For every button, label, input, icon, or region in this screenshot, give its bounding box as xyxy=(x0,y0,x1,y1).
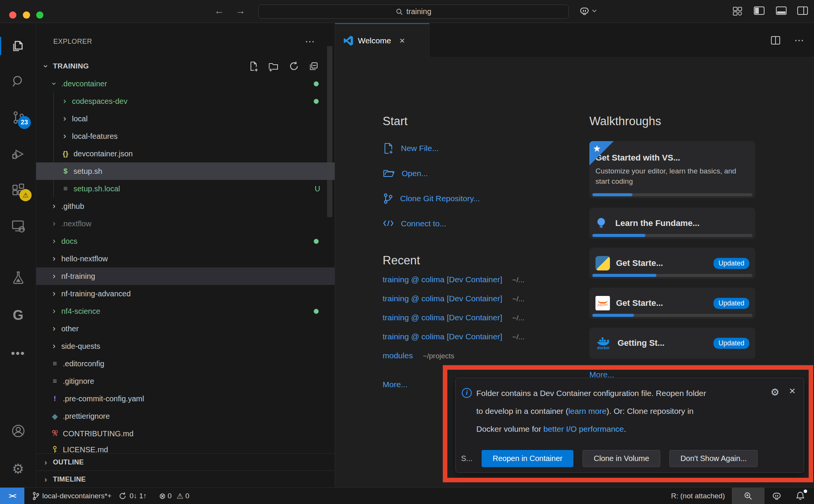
settings-button[interactable]: ⚙ xyxy=(0,457,36,481)
tree-row[interactable]: › nf4-science U xyxy=(36,302,335,320)
recent-item-link[interactable]: modules xyxy=(383,351,413,360)
panel-left-icon xyxy=(753,5,765,16)
notification-close-icon[interactable]: × xyxy=(789,385,795,397)
toggle-secondary-sidebar-button[interactable] xyxy=(796,5,809,16)
walkthrough-card[interactable]: Get Starte... Updated xyxy=(589,248,755,279)
close-tab-icon[interactable]: × xyxy=(399,35,405,46)
notification-settings-icon[interactable]: ⚙ xyxy=(771,386,779,398)
reopen-in-container-button[interactable]: Reopen in Container xyxy=(482,450,573,467)
tree-row[interactable]: › other U xyxy=(36,320,335,337)
tree-row[interactable]: LICENSE.md U xyxy=(36,442,335,454)
workspace-section-header[interactable]: › TRAINING xyxy=(36,57,335,75)
editor-area: Welcome × ⋯ Start New File... xyxy=(335,23,814,487)
notification-source: S... xyxy=(461,454,472,463)
tree-row[interactable]: ≡ .editorconfig U xyxy=(36,355,335,372)
start-item[interactable]: Open... xyxy=(383,165,480,182)
start-item[interactable]: Clone Git Repository... xyxy=(383,190,480,207)
notifications-bell-button[interactable] xyxy=(789,491,812,501)
tree-row[interactable]: › .nextflow U xyxy=(36,215,335,232)
toggle-sidebar-button[interactable] xyxy=(753,5,765,16)
notification-link[interactable]: better I/O performance xyxy=(543,425,624,433)
remote-explorer-view-button[interactable] xyxy=(0,214,36,238)
tree-row[interactable]: › docs U xyxy=(36,232,335,250)
tree-row[interactable]: CONTRIBUTING.md U xyxy=(36,425,335,442)
tree-row[interactable]: › local-features U xyxy=(36,127,335,145)
refresh-icon[interactable] xyxy=(288,60,300,72)
walkthrough-card[interactable]: Learn the Fundame... xyxy=(589,208,755,239)
walkthrough-title: Getting St... xyxy=(618,338,664,348)
error-icon: ⊗ xyxy=(159,491,166,501)
recent-item[interactable]: modules ~/projects xyxy=(383,351,525,368)
git-modified-dot xyxy=(314,239,319,244)
clone-in-volume-button[interactable]: Clone in Volume xyxy=(583,450,660,467)
tree-row[interactable]: ≡ setup.sh.local U xyxy=(36,180,335,197)
tree-row[interactable]: › .github U xyxy=(36,197,335,215)
r-attach-status[interactable]: R: (not attached) xyxy=(671,492,725,500)
sidebar-scrollbar[interactable] xyxy=(327,46,332,217)
recent-item[interactable]: training @ colima [Dev Container] ~/... xyxy=(383,275,525,292)
extensions-view-button[interactable]: ⚠ xyxy=(0,178,36,202)
source-control-view-button[interactable]: 23 xyxy=(0,105,36,130)
recent-item-link[interactable]: training @ colima [Dev Container] xyxy=(383,332,502,341)
maximize-window-button[interactable] xyxy=(36,11,43,19)
zoom-status-button[interactable] xyxy=(732,488,765,504)
recent-item-link[interactable]: training @ colima [Dev Container] xyxy=(383,275,502,284)
minimize-window-button[interactable] xyxy=(23,11,30,19)
new-file-icon[interactable] xyxy=(248,60,259,72)
walkthrough-card[interactable]: jupyter Get Starte... Updated xyxy=(589,288,755,319)
explorer-more-actions[interactable]: ⋯ xyxy=(305,36,315,48)
sync-changes-item[interactable]: 0↓ 1↑ xyxy=(118,492,147,500)
new-folder-icon[interactable] xyxy=(268,60,280,72)
tree-row[interactable]: › nf-training U xyxy=(36,267,335,285)
explorer-view-button[interactable] xyxy=(0,34,36,58)
timeline-section-header[interactable]: › TIMELINE xyxy=(36,471,335,487)
recent-more-link[interactable]: More... xyxy=(383,380,407,389)
testing-view-button[interactable] xyxy=(0,265,36,289)
toggle-panel-button[interactable] xyxy=(775,5,787,16)
tree-row[interactable]: ◆ .prettierignore U xyxy=(36,407,335,425)
tree-row[interactable]: › local U xyxy=(36,110,335,127)
collapse-all-icon[interactable] xyxy=(308,60,319,72)
walkthrough-card[interactable]: ★ Get Started with VS... Customize your … xyxy=(589,141,755,198)
don-t-show-again-button[interactable]: Don't Show Again... xyxy=(669,450,758,467)
tree-row[interactable]: ! .pre-commit-config.yaml U xyxy=(36,390,335,407)
recent-item[interactable]: training @ colima [Dev Container] ~/... xyxy=(383,313,525,330)
gitlens-view-button[interactable]: G xyxy=(0,303,36,328)
tab-welcome[interactable]: Welcome × xyxy=(335,23,429,57)
close-window-button[interactable] xyxy=(9,11,16,19)
git-branch-item[interactable]: local-devcontainers*+ xyxy=(32,491,112,501)
walkthrough-card[interactable]: docker Getting St... Updated xyxy=(589,328,755,359)
start-item[interactable]: Connect to... xyxy=(383,215,480,232)
tree-row[interactable]: › side-quests U xyxy=(36,337,335,355)
split-editor-icon[interactable] xyxy=(770,35,781,46)
chevron-icon: › xyxy=(50,324,58,334)
tree-row[interactable]: › .devcontainer U xyxy=(36,75,335,92)
remote-indicator-button[interactable]: >< xyxy=(0,488,24,504)
editor-more-actions[interactable]: ⋯ xyxy=(794,35,804,46)
tree-row[interactable]: › codespaces-dev U xyxy=(36,92,335,110)
history-back-button[interactable]: ← xyxy=(212,5,227,17)
tree-row[interactable]: › nf-training-advanced U xyxy=(36,285,335,302)
tree-row[interactable]: › hello-nextflow U xyxy=(36,250,335,267)
recent-item-link[interactable]: training @ colima [Dev Container] xyxy=(383,313,502,322)
recent-item[interactable]: training @ colima [Dev Container] ~/... xyxy=(383,294,525,311)
run-debug-view-button[interactable] xyxy=(0,142,36,166)
copilot-menu-button[interactable] xyxy=(579,5,597,17)
history-forward-button[interactable]: → xyxy=(233,5,248,17)
recent-item[interactable]: training @ colima [Dev Container] ~/... xyxy=(383,332,525,349)
copilot-status-button[interactable] xyxy=(765,491,789,501)
tab-bar: Welcome × ⋯ xyxy=(335,23,814,57)
accounts-button[interactable] xyxy=(0,419,36,443)
notification-link[interactable]: learn more xyxy=(568,407,607,415)
customize-layout-button[interactable] xyxy=(732,5,743,17)
additional-views-button[interactable]: ••• xyxy=(0,341,36,366)
tree-row[interactable]: $ setup.sh U xyxy=(36,162,335,180)
problems-item[interactable]: ⊗ 0 ⚠ 0 xyxy=(159,491,190,501)
recent-item-link[interactable]: training @ colima [Dev Container] xyxy=(383,294,502,303)
tree-row[interactable]: ≡ .gitignore U xyxy=(36,372,335,390)
command-center-search[interactable]: training xyxy=(258,5,569,19)
tree-row[interactable]: {} devcontainer.json U xyxy=(36,145,335,162)
search-view-button[interactable] xyxy=(0,70,36,94)
start-item[interactable]: New File... xyxy=(383,140,480,157)
outline-section-header[interactable]: › OUTLINE xyxy=(36,453,335,471)
